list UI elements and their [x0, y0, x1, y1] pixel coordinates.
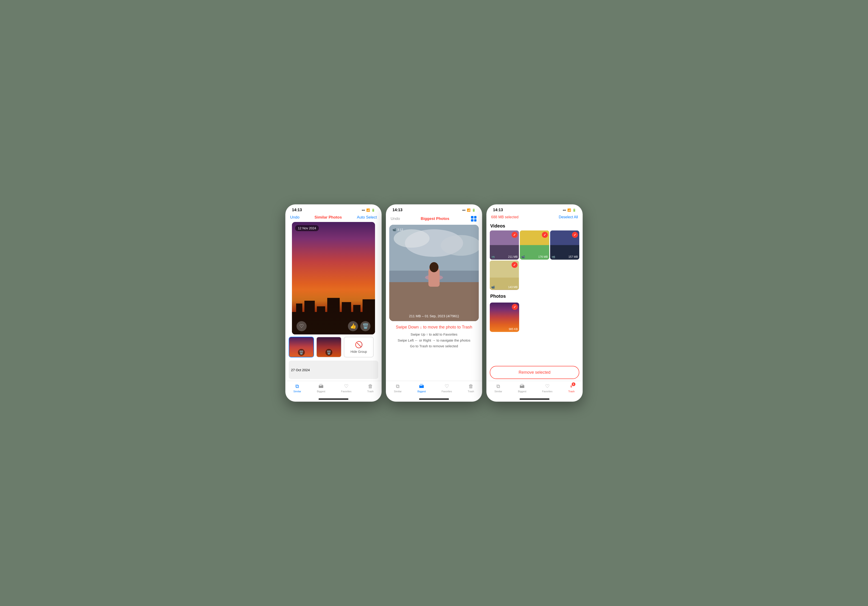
nav-title-1: Similar Photos: [315, 215, 342, 220]
trash-button-main[interactable]: 🗑️: [360, 321, 370, 331]
thumbsup-button[interactable]: 👍: [348, 321, 358, 331]
similar-icon-3: ⧉: [496, 383, 500, 389]
tab-favorites-3[interactable]: ♡ Favorites: [542, 383, 552, 393]
photo-thumb-sunset[interactable]: ✓ 985 KB: [490, 302, 519, 332]
video-thumb-4[interactable]: ✓ 📹 143 MB: [490, 260, 519, 290]
home-indicator-3: [519, 398, 549, 400]
camera-icon-v1: 📹: [491, 255, 495, 259]
tab-favorites-1[interactable]: ♡ Favorites: [341, 383, 351, 393]
nav-title-2: Biggest Photos: [421, 217, 450, 221]
grid-cell-3: [471, 219, 473, 222]
tab-biggest-1[interactable]: 🏔 Biggest: [317, 383, 326, 393]
tab-favorites-label-3: Favorites: [542, 390, 552, 393]
tab-favorites-label-2: Favorites: [442, 390, 452, 393]
thumb-trash-1: 🗑️: [298, 349, 305, 356]
tab-trash-2[interactable]: 🗑 Trash: [468, 383, 474, 393]
signal-icon-3: ▪▪▪: [563, 208, 566, 212]
grid-cell-1: [471, 216, 473, 219]
remove-selected-button[interactable]: Remove selected: [490, 366, 579, 379]
swipe-left-right-instruction: Swipe Left ← or Right → to navigate the …: [393, 338, 475, 343]
status-time-2: 14:13: [392, 208, 402, 212]
tab-favorites-label-1: Favorites: [341, 390, 351, 393]
favorite-button[interactable]: ♡: [296, 321, 307, 331]
thumb-2[interactable]: 🗑️: [316, 337, 341, 357]
screen1-similar-photos: 14:13 ▪▪▪ 📶 🔋 Undo Similar Photos Auto S…: [285, 204, 382, 402]
undo-button-1[interactable]: Undo: [290, 215, 299, 220]
biggest-icon-1: 🏔: [319, 383, 324, 389]
biggest-icon-3: 🏔: [519, 383, 525, 389]
tab-biggest-2[interactable]: 🏔 Biggest: [417, 383, 426, 393]
tab-trash-3[interactable]: 🗑 5 Trash: [568, 383, 575, 393]
tab-similar-label-2: Similar: [394, 390, 401, 393]
hide-group-label: Hide Group: [350, 350, 367, 353]
grid-view-button[interactable]: [470, 215, 477, 222]
go-trash-instruction: Go to Trash to remove selected: [393, 343, 475, 349]
signal-icon-2: ▪▪▪: [462, 208, 465, 212]
home-indicator-2: [419, 398, 449, 400]
tab-similar-label-1: Similar: [293, 390, 301, 393]
sunset-background: [292, 222, 375, 335]
spacer-3: [487, 332, 583, 362]
beach-background: [389, 225, 479, 321]
grid-cell-4: [474, 219, 477, 222]
status-icons-2: ▪▪▪ 📶 🔋: [462, 208, 476, 212]
photos-section: ✓ 985 KB: [487, 301, 583, 332]
status-icons-3: ▪▪▪ 📶 🔋: [563, 208, 576, 212]
undo-button-2[interactable]: Undo: [391, 217, 400, 221]
favorites-icon-3: ♡: [545, 383, 550, 389]
tab-similar-3[interactable]: ⧉ Similar: [494, 383, 502, 393]
big-photo-container: 📹 3:12 211 MB – 01 Sep, 2023 (4/7961): [386, 225, 482, 321]
check-badge-photo-1: ✓: [512, 304, 518, 310]
selected-size: 688 MB selected: [491, 215, 518, 219]
screen3-trash: 14:13 ▪▪▪ 📶 🔋 688 MB selected Deselect A…: [486, 204, 583, 402]
tab-trash-label-3: Trash: [568, 390, 575, 393]
wifi-icon-2: 📶: [467, 208, 471, 212]
tab-similar-2[interactable]: ⧉ Similar: [394, 383, 401, 393]
second-date: 27 Oct 2024: [291, 368, 310, 372]
main-photo[interactable]: 12 Nov 2024 ♡ 👍 🗑️: [292, 222, 375, 335]
videos-grid: ✓ 📹 211 MB ✓ 📹 176 MB ✓: [487, 231, 583, 260]
tab-bar-2: ⧉ Similar 🏔 Biggest ♡ Favorites 🗑 Trash: [386, 381, 482, 397]
hide-group-button[interactable]: 🚫 Hide Group: [344, 337, 374, 357]
video-size-4: 143 MB: [508, 285, 518, 289]
photo-section: 12 Nov 2024 ♡ 👍 🗑️ 🗑️: [285, 222, 381, 380]
camera-icon-v3: 📹: [552, 255, 555, 259]
svg-point-16: [429, 262, 439, 272]
svg-point-10: [394, 229, 429, 248]
date-badge: 12 Nov 2024: [295, 225, 319, 231]
tab-biggest-label-3: Biggest: [518, 390, 527, 393]
tab-similar-1[interactable]: ⧉ Similar: [293, 383, 301, 393]
tab-similar-label-3: Similar: [494, 390, 502, 393]
tab-biggest-label-2: Biggest: [417, 390, 426, 393]
tab-trash-label-1: Trash: [367, 390, 374, 393]
status-bar-1: 14:13 ▪▪▪ 📶 🔋: [285, 205, 381, 214]
right-actions: 👍 🗑️: [348, 321, 370, 331]
video-thumb-3[interactable]: ✓ 📹 157 MB: [550, 231, 579, 260]
video-thumb-1[interactable]: ✓ 📹 211 MB: [490, 231, 519, 260]
second-section: 27 Oct 2024: [289, 361, 378, 379]
spacer-2: [386, 349, 482, 381]
tab-trash-label-2: Trash: [468, 390, 474, 393]
photo-actions: ♡ 👍 🗑️: [292, 321, 375, 331]
video-duration: 3:12: [397, 228, 403, 231]
deselect-all-button[interactable]: Deselect All: [559, 215, 578, 219]
tab-biggest-3[interactable]: 🏔 Biggest: [518, 383, 527, 393]
similar-icon-1: ⧉: [295, 383, 299, 389]
video-size-3: 157 MB: [569, 255, 578, 259]
s3-header: 688 MB selected Deselect All: [487, 214, 583, 222]
tab-bar-3: ⧉ Similar 🏔 Biggest ♡ Favorites 🗑 5 Tras…: [487, 381, 583, 397]
video-thumb-2[interactable]: ✓ 📹 176 MB: [520, 231, 549, 260]
videos-section-header: Videos: [487, 222, 583, 231]
status-bar-2: 14:13 ▪▪▪ 📶 🔋: [386, 205, 482, 214]
auto-select-button[interactable]: Auto Select: [357, 215, 377, 220]
tab-trash-1[interactable]: 🗑 Trash: [367, 383, 374, 393]
big-photo[interactable]: 📹 3:12 211 MB – 01 Sep, 2023 (4/7961): [389, 225, 479, 321]
swipe-instructions: Swipe Up ↑ to add to Favorites Swipe Lef…: [386, 332, 482, 349]
trash-icon-1: 🗑: [368, 383, 373, 389]
thumb-1[interactable]: 🗑️: [289, 337, 314, 357]
wifi-icon-1: 📶: [366, 208, 370, 212]
video-size-2: 176 MB: [538, 255, 548, 259]
battery-icon-1: 🔋: [371, 208, 375, 212]
single-video-row: ✓ 📹 143 MB: [487, 260, 583, 290]
tab-favorites-2[interactable]: ♡ Favorites: [442, 383, 452, 393]
